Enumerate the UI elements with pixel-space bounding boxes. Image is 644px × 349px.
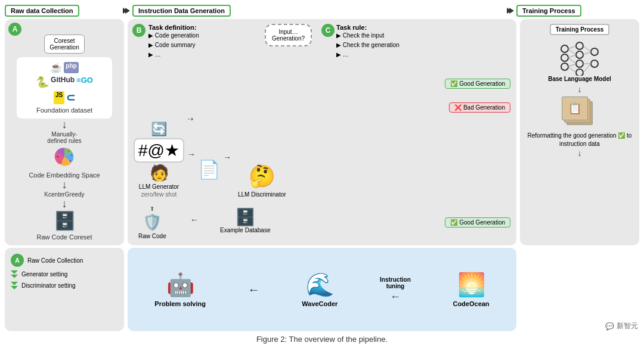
js-icon: JS [54, 91, 64, 104]
foundation-box: ☕ php 🐍 GitHub ≡GO JS ⊂ Foundation datas… [17, 57, 112, 119]
top-section: A Coreset Generation ☕ php 🐍 GitHub ≡GO … [5, 19, 639, 245]
task-def-title: Task definition: [148, 24, 199, 31]
legend-b: Generator setting [11, 270, 118, 278]
raw-code-area: ⬆ 🛡️ Raw Code [138, 205, 166, 239]
wave-arrow-1: ← [248, 283, 260, 297]
badge-a: A [8, 23, 21, 36]
svg-line-22 [583, 52, 591, 55]
middle-panel: B C Task definition: ▶ Code generation ▶… [128, 19, 516, 245]
svg-point-6 [561, 45, 568, 52]
svg-point-14 [591, 60, 598, 67]
down-arrow-3: ↓ [62, 198, 67, 210]
svg-line-17 [568, 55, 576, 58]
wave-icon: 🌊 [306, 272, 334, 298]
codeocean-icon: 🌅 [457, 272, 485, 298]
cpp-icon: ⊂ [66, 91, 75, 104]
legend-a-label: Raw Code Collection [27, 257, 83, 264]
check-icon-2: ✅ [450, 219, 457, 226]
svg-point-9 [576, 42, 583, 49]
task-def-area: Task definition: ▶ Code generation ▶ Cod… [148, 24, 199, 60]
svg-point-12 [576, 69, 583, 76]
svg-line-18 [568, 58, 576, 64]
down-arrow-2: ↓ [62, 179, 67, 191]
phase3-label: Training Process [516, 5, 581, 17]
svg-point-11 [576, 60, 583, 67]
person-icon: 🧑 [150, 164, 169, 182]
pie-chart [44, 147, 85, 167]
llm-disc-label: LLM Discriminator [238, 191, 286, 198]
doc-area: 📄 [198, 159, 220, 180]
right-panel-bottom [520, 248, 639, 331]
svg-point-7 [561, 54, 568, 61]
down-arrow-right-2: ↓ [578, 148, 582, 158]
legend-a: A Raw Code Collection [11, 254, 118, 267]
legend-b-label: Generator setting [21, 271, 67, 278]
svg-point-8 [561, 63, 568, 70]
phase-header: Raw data Collection Instruction Data Gen… [5, 5, 639, 17]
svg-point-4 [61, 162, 62, 163]
zero-few-label: zero/few shot [141, 191, 177, 198]
instruction-tuning-block: Instruction tuning ← [380, 276, 411, 303]
foundation-label: Foundation dataset [21, 107, 107, 114]
instruction-box: B C Task definition: ▶ Code generation ▶… [128, 19, 516, 245]
phase1-label: Raw data Collection [5, 5, 79, 17]
github-icon: GitHub [51, 76, 75, 89]
refresh-icon: 🔄 [151, 121, 167, 137]
down-arrow-1: ↓ [62, 119, 67, 131]
kcenter-label: KcenterGreedy [44, 191, 84, 198]
task-rule-items: ▶ Check the input ▶ Check the generation… [336, 31, 400, 60]
svg-line-24 [583, 64, 591, 73]
tuning-arrow: ← [390, 291, 401, 303]
coreset-db-icon: 🗄️ [54, 210, 76, 231]
discriminator-area: 🤔 LLM Discriminator [238, 164, 286, 198]
good-gen2-area: ✅ Good Generation [445, 217, 510, 228]
svg-point-1 [68, 150, 69, 151]
good-gen-area: ✅ Good Generation [445, 79, 510, 89]
problem-solving-label: Problem solving [154, 300, 206, 307]
left-panel: A Coreset Generation ☕ php 🐍 GitHub ≡GO … [5, 19, 124, 245]
coreset-gen-label: Coreset Generation [44, 35, 84, 54]
svg-line-20 [568, 67, 576, 73]
figure-caption: Figure 2: The overview of the pipeline. [5, 335, 639, 344]
training-process-label: Training Process [550, 24, 610, 35]
lang-icons-3: JS ⊂ [21, 91, 107, 104]
legend-badge-a: A [11, 254, 24, 267]
svg-line-15 [568, 46, 576, 49]
good-gen2-badge: ✅ Good Generation [445, 217, 510, 228]
problem-solving-item: 🤖 Problem solving [154, 272, 206, 307]
bottom-row: A Raw Code Collection Generator setting … [5, 248, 639, 331]
x-icon: ❌ [454, 104, 462, 111]
phase2-label: Instruction Data Generation [132, 5, 231, 17]
watermark: 💬 新智元 [605, 321, 638, 331]
legend-c-label: Discriminator setting [21, 282, 76, 289]
main-container: { "phases": { "phase1": "Raw data Collec… [0, 0, 644, 349]
wave-panel: 🤖 Problem solving ← 🌊 WaveCoder Instruct… [128, 248, 516, 331]
python-icon: 🐍 [36, 76, 49, 89]
task-rule-title: Task rule: [336, 24, 400, 31]
bad-gen-badge: ❌ Bad Generation [449, 102, 510, 113]
dashed-arrow-up: ⇡ [186, 116, 194, 122]
example-db-area: 🗄️ Example Database [220, 207, 271, 233]
wavecoder-label: WaveCoder [302, 300, 338, 307]
badge-b: B [132, 24, 145, 37]
lang-icons: ☕ php [21, 62, 107, 73]
watermark-text: 新智元 [617, 321, 638, 331]
comment-box: #@★ [134, 138, 184, 163]
raw-code-label: Raw Code [138, 233, 166, 239]
task-items: ▶ Code generation ▶ Code summary ▶ … [148, 31, 199, 60]
code-shield-icon: 🛡️ [143, 213, 162, 232]
discriminator-emoji: 🤔 [249, 164, 275, 189]
legend-b-arrow [11, 270, 18, 278]
task-rule-area: Task rule: ▶ Check the input ▶ Check the… [336, 24, 400, 60]
llm-gen-label: LLM Generator [139, 183, 179, 190]
badge-c: C [321, 24, 335, 37]
svg-point-5 [57, 156, 58, 157]
legend-panel: A Raw Code Collection Generator setting … [5, 248, 124, 331]
robot-icon: 🤖 [166, 272, 194, 298]
svg-line-19 [568, 64, 576, 67]
coreset-bottom-label: Raw Code Coreset [37, 233, 92, 241]
doc-icon: 📄 [198, 159, 220, 180]
neural-net-icon [559, 40, 600, 76]
input-bubble: Input… Generation? [265, 24, 312, 46]
check-icon-1: ✅ [450, 80, 457, 87]
